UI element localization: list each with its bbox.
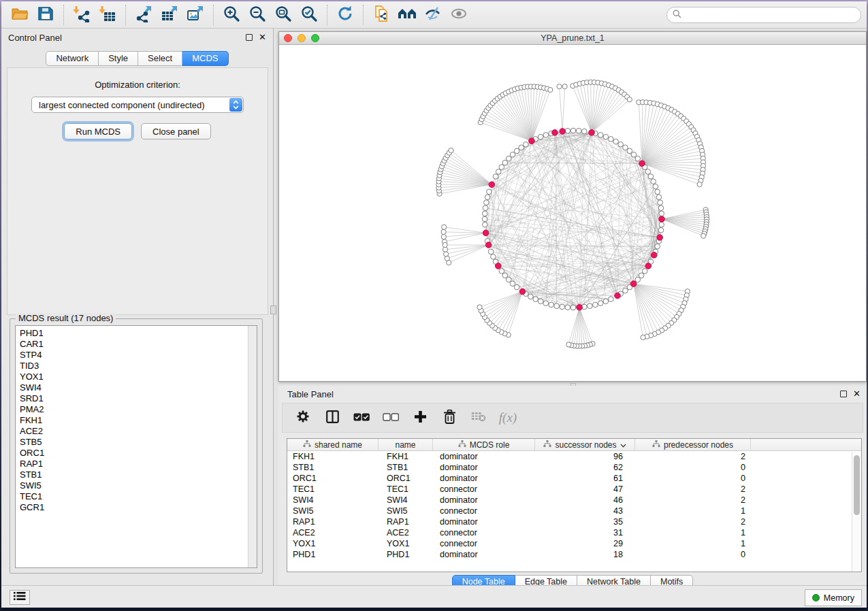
mcds-node-item[interactable]: STB1 (16, 469, 257, 480)
table-cell: ACE2 (287, 528, 379, 538)
result-list-scrollbar[interactable] (248, 326, 257, 567)
mcds-node-item[interactable]: RAP1 (16, 459, 257, 469)
float-panel-icon[interactable] (246, 34, 253, 41)
mcds-result-list[interactable]: PHD1CAR1STP4TID3YOX1SWI4SRD1PMA2FKH1ACE2… (15, 325, 257, 568)
table-row[interactable]: STB1STB1dominator620 (287, 462, 861, 473)
table-row[interactable]: PHD1PHD1dominator180 (287, 549, 861, 560)
search-field[interactable] (666, 7, 861, 23)
column-header-predecessor-nodes[interactable]: predecessor nodes (635, 439, 751, 450)
table-row[interactable]: TEC1TEC1connector472 (287, 484, 861, 495)
zoom-selected-button[interactable] (296, 4, 322, 26)
mcds-node-item[interactable]: ORC1 (16, 448, 257, 459)
mcds-node-item[interactable]: PMA2 (16, 404, 257, 415)
network-canvas-wrap (279, 45, 866, 381)
close-table-panel-icon[interactable]: ✕ (853, 391, 861, 397)
hide-selected-button[interactable] (420, 4, 446, 26)
mcds-node-item[interactable]: SRD1 (16, 393, 257, 404)
zoom-selected-icon (300, 5, 318, 25)
checked-boxes-icon (353, 412, 370, 424)
mcds-node-item[interactable]: CAR1 (16, 339, 257, 350)
table-row[interactable]: SWI4SWI4dominator462 (287, 495, 861, 506)
mcds-node-item[interactable]: FKH1 (16, 415, 257, 426)
show-all-button[interactable] (446, 4, 472, 26)
close-panel-button[interactable]: Close panel (141, 123, 211, 139)
eye-icon (450, 5, 468, 25)
tab-network[interactable]: Network (46, 51, 99, 66)
table-row[interactable]: FKH1FKH1dominator962 (287, 451, 861, 462)
table-scrollbar-thumb[interactable] (854, 455, 860, 515)
create-column-button[interactable] (412, 410, 428, 426)
table-row[interactable]: SWI5SWI5connector431 (287, 506, 861, 516)
table-cell: 1 (635, 539, 751, 548)
table-scrollbar[interactable] (852, 452, 861, 572)
table-row[interactable]: RAP1RAP1dominator352 (287, 516, 861, 527)
table-row[interactable]: ORC1ORC1dominator610 (287, 473, 861, 484)
export-network-button[interactable] (131, 4, 157, 26)
column-header-name[interactable]: name (379, 439, 433, 450)
function-builder-button-disabled: f(x) (500, 410, 516, 426)
save-session-button[interactable] (33, 4, 59, 26)
mcds-node-item[interactable]: YOX1 (16, 371, 257, 382)
run-mcds-button[interactable]: Run MCDS (64, 123, 132, 139)
optimization-criterion-label: Optimization criterion: (7, 80, 268, 90)
mcds-node-item[interactable]: STP4 (16, 350, 257, 361)
column-header-MCDS-role[interactable]: MCDS role (433, 439, 535, 450)
zoom-fit-button[interactable] (270, 4, 296, 26)
network-window-titlebar[interactable]: YPA_prune.txt_1 (279, 32, 866, 45)
table-panel-title: Table Panel (287, 389, 334, 399)
column-header-shared-name[interactable]: shared name (287, 439, 379, 450)
memory-button[interactable]: Memory (805, 589, 862, 606)
table-cell: connector (433, 539, 535, 548)
table-row[interactable]: YOX1YOX1connector291 (287, 538, 861, 549)
mcds-node-item[interactable]: STB5 (16, 437, 257, 448)
zoom-in-button[interactable] (219, 4, 244, 26)
mcds-node-item[interactable]: PHD1 (16, 328, 257, 339)
table-cell: 43 (535, 506, 635, 516)
table-row[interactable]: ACE2ACE2connector311 (287, 527, 861, 538)
export-image-icon (187, 5, 204, 25)
tab-mcds[interactable]: MCDS (182, 51, 228, 66)
mcds-node-item[interactable]: TID3 (16, 361, 257, 371)
toolbar-separator (125, 5, 126, 25)
table-cell: connector (433, 528, 535, 538)
mcds-node-item[interactable]: TEC1 (16, 491, 257, 502)
clone-network-button[interactable] (368, 4, 394, 26)
export-image-button[interactable] (182, 4, 208, 26)
optimization-criterion-select[interactable]: largest connected component (undirected) (31, 97, 244, 113)
mcds-node-item[interactable]: GCR1 (16, 502, 257, 513)
import-network-button[interactable] (69, 4, 95, 26)
task-history-button[interactable] (10, 590, 30, 605)
criterion-selected-value: largest connected component (undirected) (39, 100, 205, 110)
deselect-all-rows-button[interactable] (383, 410, 399, 426)
delete-column-button[interactable] (441, 410, 457, 426)
column-header-successor-nodes[interactable]: successor nodes (535, 439, 635, 450)
mcds-node-item[interactable]: SWI5 (16, 480, 257, 491)
table-settings-button[interactable] (295, 410, 311, 426)
table-body[interactable]: FKH1FKH1dominator962STB1STB1dominator620… (287, 451, 861, 560)
import-table-button[interactable] (95, 4, 120, 26)
float-table-panel-icon[interactable] (840, 391, 847, 397)
control-panel: Control Panel ✕ NetworkStyleSelectMCDS O… (1, 29, 274, 585)
search-input[interactable] (685, 10, 848, 20)
import-network-icon (73, 5, 91, 25)
export-table-button[interactable] (157, 4, 182, 26)
table-cell: RAP1 (379, 517, 433, 527)
tab-style[interactable]: Style (99, 51, 138, 66)
control-panel-tabs: NetworkStyleSelectMCDS (1, 51, 273, 66)
mcds-node-item[interactable]: ACE2 (16, 426, 257, 437)
select-all-rows-button[interactable] (353, 410, 370, 426)
splitter-handle-vertical[interactable] (270, 306, 276, 314)
network-canvas[interactable] (279, 45, 866, 381)
close-panel-icon[interactable]: ✕ (259, 34, 266, 41)
hierarchy-icon (543, 440, 551, 450)
zoom-out-button[interactable] (244, 4, 270, 26)
mcds-result-group: MCDS result (17 nodes) PHD1CAR1STP4TID3Y… (10, 318, 263, 574)
unchecked-boxes-icon (383, 412, 399, 424)
column-label: successor nodes (555, 440, 616, 450)
first-neighbors-button[interactable] (394, 4, 420, 26)
show-columns-button[interactable] (324, 410, 340, 426)
tab-select[interactable]: Select (138, 51, 182, 66)
refresh-button[interactable] (332, 4, 358, 26)
mcds-node-item[interactable]: SWI4 (16, 382, 257, 393)
open-session-button[interactable] (7, 4, 33, 26)
